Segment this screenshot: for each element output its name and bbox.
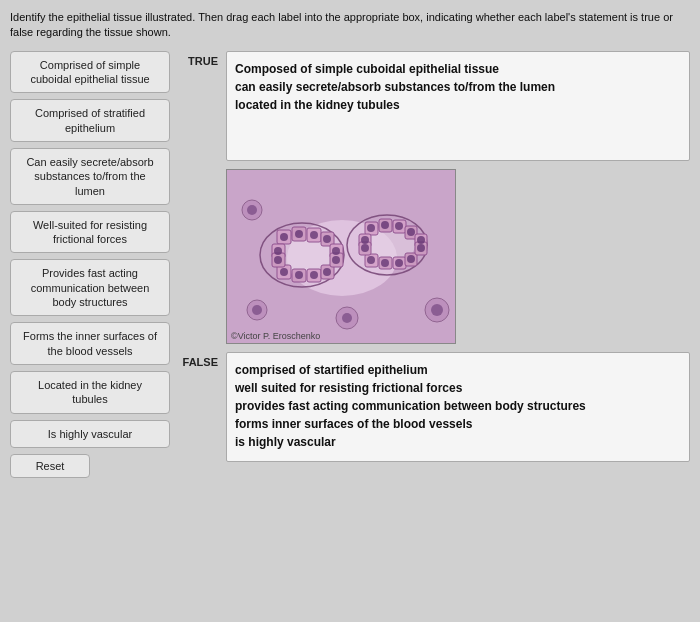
svg-point-23	[323, 268, 331, 276]
true-label: TRUE	[180, 51, 218, 67]
instructions: Identify the epithelial tissue illustrat…	[10, 10, 690, 41]
svg-point-47	[381, 259, 389, 267]
true-drop-row: TRUE Composed of simple cuboidal epithel…	[180, 51, 690, 161]
label-card-8[interactable]: Is highly vascular	[10, 420, 170, 448]
left-column: Comprised of simple cuboidal epithelial …	[10, 51, 170, 478]
svg-point-55	[247, 205, 257, 215]
right-column: TRUE Composed of simple cuboidal epithel…	[180, 51, 690, 478]
label-card-6[interactable]: Forms the inner surfaces of the blood ve…	[10, 322, 170, 365]
svg-point-50	[361, 236, 369, 244]
svg-point-42	[367, 224, 375, 232]
svg-point-19	[323, 235, 331, 243]
true-item-1: Composed of simple cuboidal epithelial t…	[235, 62, 555, 112]
svg-point-46	[367, 256, 375, 264]
svg-point-48	[395, 259, 403, 267]
label-card-3[interactable]: Can easily secrete/absorb substances to/…	[10, 148, 170, 205]
label-card-2[interactable]: Comprised of stratified epithelium	[10, 99, 170, 142]
false-label: FALSE	[180, 352, 218, 368]
svg-point-51	[361, 244, 369, 252]
false-drop-box[interactable]: comprised of startified epitheliumwell s…	[226, 352, 690, 462]
svg-point-21	[295, 271, 303, 279]
svg-point-25	[274, 256, 282, 264]
svg-point-53	[417, 244, 425, 252]
svg-point-26	[332, 247, 340, 255]
svg-point-20	[280, 268, 288, 276]
label-card-5[interactable]: Provides fast acting communication betwe…	[10, 259, 170, 316]
false-drop-row: FALSE comprised of startified epithelium…	[180, 352, 690, 462]
microscope-image: ©Victor P. Eroschenko	[226, 169, 456, 344]
image-caption: ©Victor P. Eroschenko	[231, 331, 320, 341]
instructions-text: Identify the epithelial tissue illustrat…	[10, 11, 673, 38]
svg-point-43	[381, 221, 389, 229]
tissue-svg	[227, 170, 456, 344]
svg-point-61	[342, 313, 352, 323]
page: Identify the epithelial tissue illustrat…	[0, 0, 700, 622]
label-card-1[interactable]: Comprised of simple cuboidal epithelial …	[10, 51, 170, 94]
svg-point-18	[310, 231, 318, 239]
false-items: comprised of startified epitheliumwell s…	[235, 363, 586, 449]
svg-point-52	[417, 236, 425, 244]
svg-point-17	[295, 230, 303, 238]
svg-point-16	[280, 233, 288, 241]
reset-button[interactable]: Reset	[10, 454, 90, 478]
svg-point-45	[407, 228, 415, 236]
svg-point-44	[395, 222, 403, 230]
image-row: ©Victor P. Eroschenko	[180, 169, 690, 344]
true-drop-box[interactable]: Composed of simple cuboidal epithelial t…	[226, 51, 690, 161]
svg-point-22	[310, 271, 318, 279]
svg-point-27	[332, 256, 340, 264]
svg-point-57	[431, 304, 443, 316]
svg-point-49	[407, 255, 415, 263]
label-card-4[interactable]: Well-suited for resisting frictional for…	[10, 211, 170, 254]
main-layout: Comprised of simple cuboidal epithelial …	[10, 51, 690, 478]
svg-point-24	[274, 247, 282, 255]
label-card-7[interactable]: Located in the kidney tubules	[10, 371, 170, 414]
svg-point-59	[252, 305, 262, 315]
